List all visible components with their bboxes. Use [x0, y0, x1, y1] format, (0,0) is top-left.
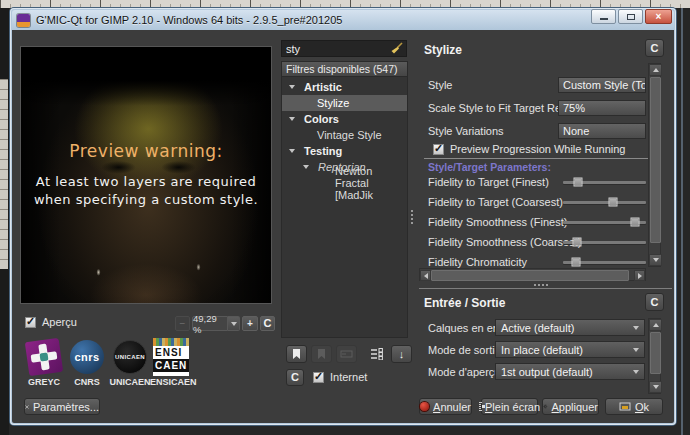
ok-button[interactable]: Ok [605, 398, 663, 415]
preview-mode-select[interactable]: 1st output (default) [495, 363, 645, 380]
zoom-out-icon: − [180, 318, 186, 329]
scroll-up-button[interactable] [649, 319, 662, 331]
download-icon: ↓ [399, 348, 405, 360]
filter-item-stylize[interactable]: Stylize [282, 95, 407, 111]
scale-style-select[interactable]: 75% [558, 100, 646, 116]
preview-warning-line1: At least two layers are required [21, 174, 271, 189]
download-filters-button[interactable]: ↓ [391, 345, 412, 363]
minimize-button[interactable] [591, 9, 616, 24]
fullscreen-button[interactable]: Plein écran [481, 398, 538, 415]
preview-progression-checkbox[interactable] [433, 144, 444, 155]
window-titlebar[interactable]: G'MIC-Qt for GIMP 2.10 - Windows 64 bits… [12, 10, 674, 30]
filter-item-label: Vintage Style [317, 129, 382, 141]
scroll-up-button[interactable] [649, 64, 662, 76]
preview-checkbox[interactable] [25, 317, 36, 328]
slider-handle[interactable] [573, 178, 582, 187]
panel-divider[interactable] [419, 288, 672, 289]
apply-button-label: Appliquer [552, 401, 598, 413]
io-label: Mode de sortie [428, 344, 501, 356]
zoom-reset-button[interactable]: C [260, 316, 275, 331]
divider-grip-icon [534, 284, 550, 286]
arrow-up-icon [653, 323, 659, 327]
fidelity-target-finest-slider[interactable] [563, 176, 646, 188]
chevron-down-icon[interactable] [289, 117, 295, 121]
visibility-settings-button[interactable] [366, 345, 387, 363]
slider-handle[interactable] [631, 218, 640, 227]
reset-io-button[interactable]: C [645, 293, 664, 311]
filter-category-testing[interactable]: Testing [282, 143, 407, 159]
scrollbar-thumb[interactable] [650, 77, 661, 243]
zoom-in-button[interactable]: + [242, 316, 258, 331]
remove-fave-button[interactable] [311, 345, 332, 363]
filter-item-vintage-style[interactable]: Vintage Style [282, 127, 407, 143]
style-select[interactable]: Custom Style (Top Laye [558, 77, 646, 93]
filter-category-colors[interactable]: Colors [282, 111, 407, 127]
add-fave-button[interactable] [286, 345, 307, 363]
scroll-left-button[interactable] [420, 270, 431, 281]
maximize-button[interactable] [618, 9, 643, 24]
fidelity-smoothness-finest-slider[interactable] [563, 216, 646, 228]
filter-search-input[interactable] [282, 43, 386, 55]
scroll-down-button[interactable] [649, 254, 662, 266]
slider-handle[interactable] [572, 258, 581, 267]
scroll-down-button[interactable] [649, 381, 662, 393]
slider-handle[interactable] [608, 198, 617, 207]
scroll-right-button[interactable] [634, 270, 645, 281]
filter-item-newton-fractal[interactable]: Newton Fractal [MadJik [282, 175, 407, 191]
cancel-button[interactable]: Annuler [419, 398, 472, 415]
slider-label: Fidelity Smoothness (Finest) [428, 216, 567, 228]
input-layers-select[interactable]: Active (default) [495, 319, 645, 336]
scrollbar-thumb[interactable] [431, 270, 629, 281]
greyc-label: GREYC [20, 377, 68, 387]
preview-warning-line2: when specifying a custom style. [21, 192, 271, 207]
clear-search-broom-icon[interactable] [390, 42, 403, 55]
filter-category-label: Colors [304, 113, 339, 125]
zoom-in-icon: + [247, 318, 253, 329]
scale-style-value: 75% [563, 102, 585, 114]
filter-category-artistic[interactable]: Artistic [282, 79, 407, 95]
chevron-down-icon[interactable] [303, 165, 309, 169]
chevron-down-icon [633, 326, 639, 330]
preview-warning-title: Preview warning: [21, 141, 271, 161]
output-mode-select[interactable]: In place (default) [495, 341, 645, 358]
slider-label: Fidelity to Target (Finest) [428, 176, 549, 188]
arrow-down-icon [653, 258, 659, 262]
close-button[interactable]: × [645, 9, 672, 24]
checklist-icon [370, 348, 383, 360]
settings-button[interactable]: Paramètres... [24, 398, 100, 415]
gimp-horizontal-ruler [0, 0, 690, 8]
unicaen-label: UNICAEN [108, 377, 152, 387]
io-vertical-scrollbar[interactable] [648, 318, 661, 394]
fidelity-target-coarsest-slider[interactable] [563, 196, 646, 208]
internet-checkbox[interactable] [313, 372, 324, 383]
zoom-level-dropdown[interactable] [228, 316, 240, 331]
zoom-level-field[interactable]: 49,29 % [192, 316, 228, 331]
reset-filter-button[interactable]: C [645, 39, 664, 57]
style-variations-select[interactable]: None [558, 123, 646, 139]
chevron-down-icon[interactable] [289, 149, 295, 153]
rename-icon [340, 349, 353, 359]
apply-button[interactable]: Appliquer [542, 398, 599, 415]
params-vertical-scrollbar[interactable] [648, 63, 661, 267]
chevron-down-icon [633, 348, 639, 352]
slider-label: Fidelity to Target (Coarsest) [428, 196, 563, 208]
slider-handle[interactable] [573, 238, 582, 247]
preview-pane[interactable]: Preview warning: At least two layers are… [20, 46, 272, 304]
param-label: Style Variations [428, 125, 504, 137]
zoom-out-button[interactable]: − [175, 316, 190, 331]
scrollbar-thumb[interactable] [650, 332, 661, 374]
ok-icon [619, 402, 631, 412]
rename-fave-button[interactable] [336, 345, 357, 363]
arrow-down-icon [653, 385, 659, 389]
column-splitter[interactable] [408, 40, 417, 370]
gear-icon [543, 401, 548, 412]
refresh-icon: C [651, 43, 659, 54]
refresh-filters-button[interactable]: C [286, 369, 304, 386]
slider-track [563, 201, 646, 204]
fidelity-chromaticity-slider[interactable] [563, 256, 646, 268]
fidelity-smoothness-coarsest-slider[interactable] [563, 236, 646, 248]
params-horizontal-scrollbar[interactable] [419, 268, 646, 281]
arrow-left-icon [424, 273, 428, 279]
chevron-down-icon[interactable] [289, 85, 295, 89]
io-panel-title: Entrée / Sortie [424, 296, 505, 310]
